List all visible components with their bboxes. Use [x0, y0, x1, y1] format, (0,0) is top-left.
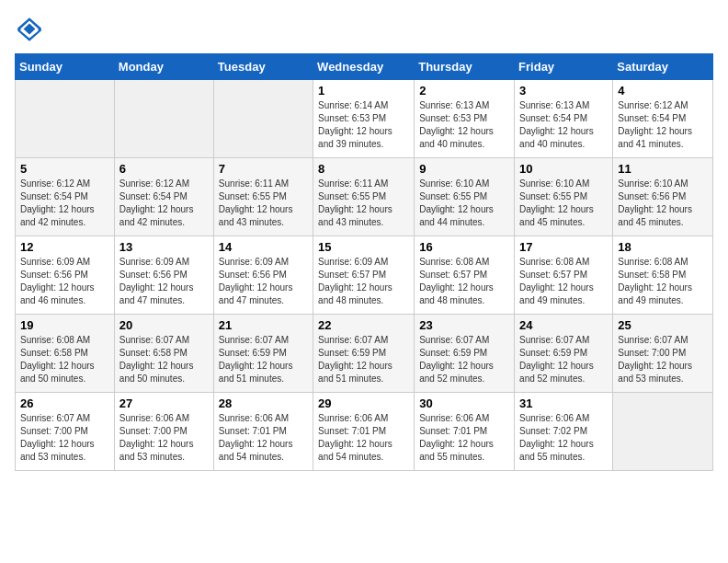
day-info: Sunrise: 6:11 AM Sunset: 6:55 PM Dayligh…: [219, 178, 308, 229]
day-info: Sunrise: 6:07 AM Sunset: 6:59 PM Dayligh…: [419, 334, 509, 385]
calendar-table: SundayMondayTuesdayWednesdayThursdayFrid…: [15, 53, 713, 471]
calendar-cell: 15Sunrise: 6:09 AM Sunset: 6:57 PM Dayli…: [313, 236, 415, 315]
calendar-week-row: 1Sunrise: 6:14 AM Sunset: 6:53 PM Daylig…: [16, 80, 713, 158]
day-info: Sunrise: 6:06 AM Sunset: 7:01 PM Dayligh…: [318, 412, 409, 464]
day-info: Sunrise: 6:12 AM Sunset: 6:54 PM Dayligh…: [618, 99, 708, 151]
day-number: 5: [20, 162, 109, 176]
day-number: 23: [419, 318, 509, 332]
calendar-cell: 28Sunrise: 6:06 AM Sunset: 7:01 PM Dayli…: [213, 393, 313, 471]
calendar-cell: 5Sunrise: 6:12 AM Sunset: 6:54 PM Daylig…: [16, 158, 115, 236]
day-info: Sunrise: 6:09 AM Sunset: 6:57 PM Dayligh…: [318, 256, 409, 307]
calendar-cell: 2Sunrise: 6:13 AM Sunset: 6:53 PM Daylig…: [415, 80, 515, 158]
day-number: 24: [519, 318, 608, 332]
page-header: [15, 15, 713, 44]
calendar-cell: 13Sunrise: 6:09 AM Sunset: 6:56 PM Dayli…: [114, 236, 213, 315]
calendar-cell: 19Sunrise: 6:08 AM Sunset: 6:58 PM Dayli…: [16, 315, 115, 393]
day-info: Sunrise: 6:06 AM Sunset: 7:00 PM Dayligh…: [119, 412, 209, 464]
calendar-cell: 27Sunrise: 6:06 AM Sunset: 7:00 PM Dayli…: [114, 393, 213, 471]
weekday-header-row: SundayMondayTuesdayWednesdayThursdayFrid…: [16, 54, 713, 80]
day-number: 17: [519, 240, 608, 254]
day-number: 2: [419, 84, 509, 98]
logo: [15, 15, 48, 44]
calendar-cell: 11Sunrise: 6:10 AM Sunset: 6:56 PM Dayli…: [613, 158, 713, 236]
day-info: Sunrise: 6:07 AM Sunset: 6:58 PM Dayligh…: [119, 334, 209, 385]
calendar-cell: 3Sunrise: 6:13 AM Sunset: 6:54 PM Daylig…: [515, 80, 613, 158]
calendar-week-row: 26Sunrise: 6:07 AM Sunset: 7:00 PM Dayli…: [16, 393, 713, 471]
day-info: Sunrise: 6:12 AM Sunset: 6:54 PM Dayligh…: [20, 178, 109, 229]
day-info: Sunrise: 6:10 AM Sunset: 6:56 PM Dayligh…: [618, 178, 708, 229]
calendar-week-row: 19Sunrise: 6:08 AM Sunset: 6:58 PM Dayli…: [16, 315, 713, 393]
day-number: 3: [519, 84, 608, 98]
day-info: Sunrise: 6:06 AM Sunset: 7:02 PM Dayligh…: [519, 412, 608, 464]
day-number: 28: [219, 396, 308, 410]
day-info: Sunrise: 6:07 AM Sunset: 6:59 PM Dayligh…: [519, 334, 608, 385]
day-info: Sunrise: 6:08 AM Sunset: 6:57 PM Dayligh…: [519, 256, 608, 307]
weekday-header-friday: Friday: [515, 54, 613, 80]
calendar-week-row: 12Sunrise: 6:09 AM Sunset: 6:56 PM Dayli…: [16, 236, 713, 315]
calendar-cell: 8Sunrise: 6:11 AM Sunset: 6:55 PM Daylig…: [313, 158, 415, 236]
day-info: Sunrise: 6:07 AM Sunset: 6:59 PM Dayligh…: [318, 334, 409, 385]
calendar-cell: 17Sunrise: 6:08 AM Sunset: 6:57 PM Dayli…: [515, 236, 613, 315]
day-number: 20: [119, 318, 209, 332]
day-info: Sunrise: 6:13 AM Sunset: 6:53 PM Dayligh…: [419, 99, 509, 151]
calendar-cell: [114, 80, 213, 158]
day-number: 6: [119, 162, 209, 176]
calendar-cell: 10Sunrise: 6:10 AM Sunset: 6:55 PM Dayli…: [515, 158, 613, 236]
calendar-cell: 14Sunrise: 6:09 AM Sunset: 6:56 PM Dayli…: [213, 236, 313, 315]
day-info: Sunrise: 6:09 AM Sunset: 6:56 PM Dayligh…: [119, 256, 209, 307]
calendar-cell: 21Sunrise: 6:07 AM Sunset: 6:59 PM Dayli…: [213, 315, 313, 393]
day-info: Sunrise: 6:09 AM Sunset: 6:56 PM Dayligh…: [20, 256, 109, 307]
day-number: 18: [618, 240, 708, 254]
day-number: 8: [318, 162, 409, 176]
calendar-cell: 4Sunrise: 6:12 AM Sunset: 6:54 PM Daylig…: [613, 80, 713, 158]
calendar-cell: 6Sunrise: 6:12 AM Sunset: 6:54 PM Daylig…: [114, 158, 213, 236]
calendar-cell: 12Sunrise: 6:09 AM Sunset: 6:56 PM Dayli…: [16, 236, 115, 315]
calendar-cell: 24Sunrise: 6:07 AM Sunset: 6:59 PM Dayli…: [515, 315, 613, 393]
day-number: 14: [219, 240, 308, 254]
weekday-header-sunday: Sunday: [16, 54, 115, 80]
calendar-cell: 9Sunrise: 6:10 AM Sunset: 6:55 PM Daylig…: [415, 158, 515, 236]
day-info: Sunrise: 6:13 AM Sunset: 6:54 PM Dayligh…: [519, 99, 608, 151]
day-number: 11: [618, 162, 708, 176]
day-number: 30: [419, 396, 509, 410]
day-info: Sunrise: 6:06 AM Sunset: 7:01 PM Dayligh…: [219, 412, 308, 464]
day-info: Sunrise: 6:12 AM Sunset: 6:54 PM Dayligh…: [119, 178, 209, 229]
logo-icon: [15, 15, 44, 44]
calendar-cell: 25Sunrise: 6:07 AM Sunset: 7:00 PM Dayli…: [613, 315, 713, 393]
day-number: 12: [20, 240, 109, 254]
weekday-header-saturday: Saturday: [613, 54, 713, 80]
day-number: 1: [318, 84, 409, 98]
day-number: 25: [618, 318, 708, 332]
day-info: Sunrise: 6:11 AM Sunset: 6:55 PM Dayligh…: [318, 178, 409, 229]
calendar-cell: 16Sunrise: 6:08 AM Sunset: 6:57 PM Dayli…: [415, 236, 515, 315]
day-number: 4: [618, 84, 708, 98]
calendar-cell: 29Sunrise: 6:06 AM Sunset: 7:01 PM Dayli…: [313, 393, 415, 471]
day-number: 15: [318, 240, 409, 254]
day-number: 21: [219, 318, 308, 332]
day-info: Sunrise: 6:08 AM Sunset: 6:57 PM Dayligh…: [419, 256, 509, 307]
calendar-cell: [16, 80, 115, 158]
day-number: 16: [419, 240, 509, 254]
day-info: Sunrise: 6:09 AM Sunset: 6:56 PM Dayligh…: [219, 256, 308, 307]
day-info: Sunrise: 6:07 AM Sunset: 7:00 PM Dayligh…: [618, 334, 708, 385]
calendar-cell: [213, 80, 313, 158]
day-info: Sunrise: 6:14 AM Sunset: 6:53 PM Dayligh…: [318, 99, 409, 151]
day-number: 26: [20, 396, 109, 410]
weekday-header-wednesday: Wednesday: [313, 54, 415, 80]
day-info: Sunrise: 6:08 AM Sunset: 6:58 PM Dayligh…: [20, 334, 109, 385]
day-number: 19: [20, 318, 109, 332]
calendar-cell: 31Sunrise: 6:06 AM Sunset: 7:02 PM Dayli…: [515, 393, 613, 471]
day-info: Sunrise: 6:06 AM Sunset: 7:01 PM Dayligh…: [419, 412, 509, 464]
day-info: Sunrise: 6:10 AM Sunset: 6:55 PM Dayligh…: [419, 178, 509, 229]
weekday-header-monday: Monday: [114, 54, 213, 80]
calendar-cell: 22Sunrise: 6:07 AM Sunset: 6:59 PM Dayli…: [313, 315, 415, 393]
day-info: Sunrise: 6:07 AM Sunset: 6:59 PM Dayligh…: [219, 334, 308, 385]
day-number: 27: [119, 396, 209, 410]
weekday-header-tuesday: Tuesday: [213, 54, 313, 80]
calendar-cell: 7Sunrise: 6:11 AM Sunset: 6:55 PM Daylig…: [213, 158, 313, 236]
day-number: 13: [119, 240, 209, 254]
calendar-week-row: 5Sunrise: 6:12 AM Sunset: 6:54 PM Daylig…: [16, 158, 713, 236]
calendar-cell: 23Sunrise: 6:07 AM Sunset: 6:59 PM Dayli…: [415, 315, 515, 393]
day-info: Sunrise: 6:07 AM Sunset: 7:00 PM Dayligh…: [20, 412, 109, 464]
calendar-cell: 1Sunrise: 6:14 AM Sunset: 6:53 PM Daylig…: [313, 80, 415, 158]
